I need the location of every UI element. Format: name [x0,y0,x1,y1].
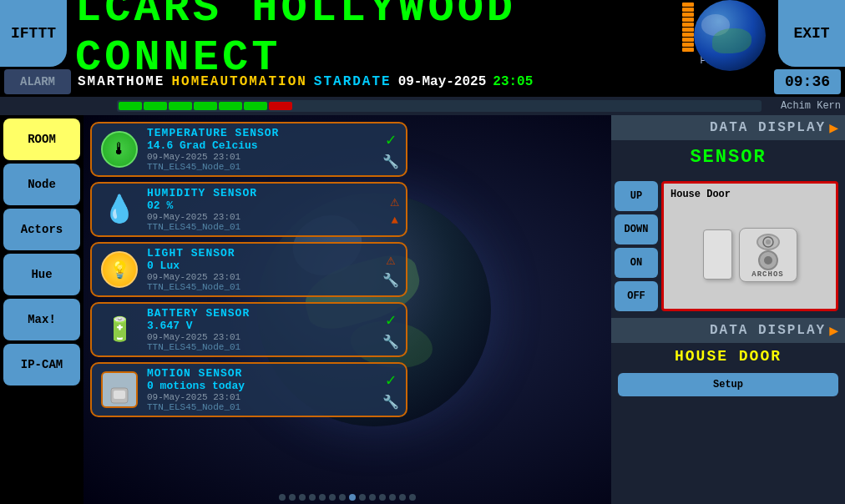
progress-seg-4 [194,102,217,110]
motion-icon-area [99,369,140,411]
data-display-bottom-title: DATA DISPLAY [710,323,826,338]
dot-1 [279,494,286,501]
light-card[interactable]: 💡 LIGHT SENSOR 0 Lux 09-May-2025 23:01 T… [90,242,407,297]
battery-node: TTN_ELS45_Node_01 [147,342,376,352]
door-sensor-left [703,229,732,280]
motion-date: 09-May-2025 23:01 [147,392,376,402]
sidebar-item-room[interactable]: ROOM [3,118,80,160]
motion-card[interactable]: MOTION SENSOR 0 motions today 09-May-202… [90,362,407,417]
light-warn-icon: ⚠ [387,250,396,269]
humidity-card[interactable]: 💧 HUMIDITY SENSOR 02 % 09-May-2025 23:01… [90,182,407,237]
dot-13 [399,494,406,501]
light-info: LIGHT SENSOR 0 Lux 09-May-2025 23:01 TTN… [147,247,376,292]
globe-sphere [694,0,766,71]
battery-icon-area: 🔋 [99,309,140,350]
light-wrench-icon: 🔧 [382,272,399,289]
motion-check-icon: ✓ [386,370,396,391]
data-display-header: DATA DISPLAY ▶ [611,115,845,140]
battery-card[interactable]: 🔋 BATTERY SENSOR 3.647 V 09-May-2025 23:… [90,302,407,357]
right-bottom-section: DATA DISPLAY ▶ HOUSE DOOR Setup [611,318,845,400]
globe-land [712,28,751,53]
temperature-card[interactable]: 🌡 TEMPERATURE SENSOR 14.6 Grad Celcius 0… [90,122,407,177]
homeautomation-label: HOMEAUTOMATION [171,74,306,89]
on-button[interactable]: ON [615,248,658,278]
sidebar-item-node[interactable]: Node [3,164,80,205]
dot-9 [359,494,366,501]
globe-bar [682,43,694,47]
light-value: 0 Lux [147,260,376,272]
main-area: ROOM Node Actors Hue Max! IP-CAM 🌡 TEMPE… [0,115,845,504]
motion-wrench-icon: 🔧 [382,394,399,411]
setup-button[interactable]: Setup [618,373,838,396]
globe-area: Fellbach [670,0,778,67]
humidity-status: ⚠ ▲ [390,192,399,227]
progress-seg-2 [144,102,167,110]
globe-bar [682,38,694,42]
humidity-value: 02 % [147,199,383,212]
humidity-date: 09-May-2025 23:01 [147,212,383,222]
dot-12 [389,494,396,501]
globe-bar [682,3,694,7]
humidity-info: HUMIDITY SENSOR 02 % 09-May-2025 23:01 T… [147,187,383,232]
dot-2 [289,494,296,501]
globe-bar [682,28,694,32]
archos-button-inner [764,256,772,265]
globe-bar [682,23,694,27]
progress-segments [119,102,292,110]
temp-status: ✓ 🔧 [382,129,399,170]
archos-label: ARCHOS [751,270,783,279]
sidebar-item-hue[interactable]: Hue [3,254,80,295]
left-sidebar: ROOM Node Actors Hue Max! IP-CAM [0,115,83,504]
temp-date: 09-May-2025 23:01 [147,152,376,162]
archos-button [758,250,778,270]
up-button[interactable]: UP [615,181,658,211]
humidity-title: HUMIDITY SENSOR [147,187,383,199]
header: IFTTT LCARS HOLLYWOOD CONNECT Fellbac [0,0,845,67]
globe-bar [682,13,694,17]
data-display-bottom-header: DATA DISPLAY ▶ [611,318,845,343]
archos-circle [756,234,780,250]
device-image: ARCHOS [703,228,797,282]
temp-info: TEMPERATURE SENSOR 14.6 Grad Celcius 09-… [147,127,376,172]
battery-value: 3.647 V [147,320,376,332]
dot-4 [309,494,316,501]
panel-arrow-bottom-icon: ▶ [829,321,838,340]
dot-8 [349,494,356,501]
motion-value: 0 motions today [147,380,376,392]
user-label: Achim Kern [781,100,841,112]
down-button[interactable]: DOWN [615,214,658,244]
check-icon: ✓ [386,129,396,150]
device-label: House Door [670,189,731,200]
progress-area: Achim Kern [0,97,845,115]
dot-7 [339,494,346,501]
ifttt-button[interactable]: IFTTT [0,0,67,67]
globe-bar [682,48,694,52]
sidebar-item-actors[interactable]: Actors [3,209,80,250]
dot-10 [369,494,376,501]
battery-check-icon: ✓ [386,310,396,330]
temp-title: TEMPERATURE SENSOR [147,127,376,139]
motion-svg [107,375,132,405]
progress-seg-red [269,102,292,110]
sidebar-item-ipcam[interactable]: IP-CAM [3,344,80,386]
battery-icon: 🔋 [101,311,138,348]
sensor-label: SENSOR [611,140,845,174]
motion-icon [101,371,138,408]
motion-status: ✓ 🔧 [382,370,399,411]
humidity-icon: 💧 [101,191,138,228]
temp-node: TTN_ELS45_Node_01 [147,162,376,172]
progress-seg-5 [219,102,242,110]
warn-icon: ⚠ [390,192,399,210]
temp-icon-area: 🌡 [99,129,140,170]
stardate-label: STARDATE [314,74,392,89]
light-icon-area: 💡 [99,249,140,290]
off-button[interactable]: OFF [615,281,658,311]
device-display: House Door [661,181,838,311]
data-display-title: DATA DISPLAY [710,120,826,135]
sensor-cards: 🌡 TEMPERATURE SENSOR 14.6 Grad Celcius 0… [83,115,611,424]
alarm-button[interactable]: ALARM [4,69,71,94]
light-icon: 💡 [101,251,138,288]
exit-button[interactable]: EXIT [778,0,845,67]
sidebar-item-max[interactable]: Max! [3,299,80,340]
date-display: 09-May-2025 [398,74,487,89]
